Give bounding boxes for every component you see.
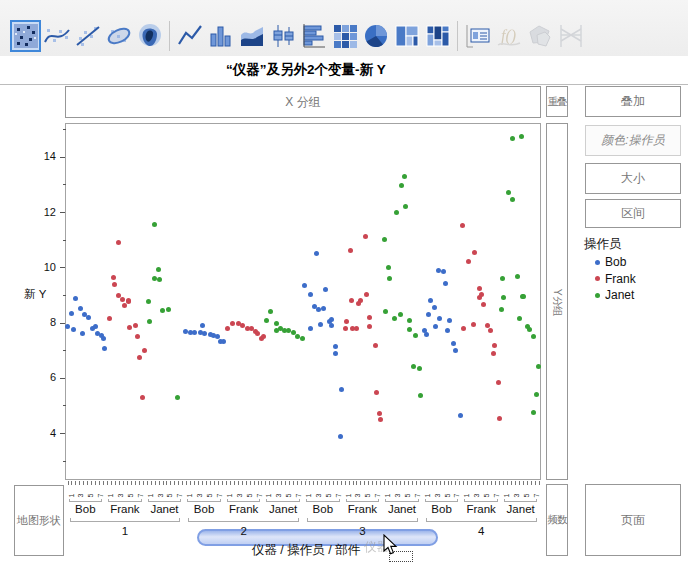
data-point[interactable]: [387, 276, 392, 281]
data-point[interactable]: [506, 190, 511, 195]
map-shapes-icon[interactable]: [524, 20, 555, 52]
data-point[interactable]: [329, 323, 334, 328]
zone-overlay[interactable]: 叠加: [585, 86, 681, 117]
density-ellipse-icon[interactable]: [103, 20, 134, 52]
data-point[interactable]: [147, 319, 152, 324]
data-point[interactable]: [418, 393, 423, 398]
data-point[interactable]: [492, 343, 497, 348]
data-point[interactable]: [329, 317, 334, 322]
data-point[interactable]: [137, 355, 142, 360]
data-point[interactable]: [428, 298, 433, 303]
data-point[interactable]: [447, 318, 452, 323]
data-point[interactable]: [424, 332, 429, 337]
data-point[interactable]: [69, 311, 74, 316]
data-point[interactable]: [497, 416, 502, 421]
data-point[interactable]: [300, 336, 305, 341]
zone-page[interactable]: 页面: [585, 484, 681, 556]
data-point[interactable]: [358, 298, 363, 303]
data-point[interactable]: [398, 312, 403, 317]
zone-wrap[interactable]: 重叠: [546, 86, 568, 117]
data-point[interactable]: [86, 315, 91, 320]
line-of-fit-icon[interactable]: [72, 20, 103, 52]
data-point[interactable]: [261, 334, 266, 339]
data-point[interactable]: [321, 306, 326, 311]
data-point[interactable]: [536, 364, 541, 369]
data-point[interactable]: [367, 324, 372, 329]
data-point[interactable]: [531, 334, 536, 339]
data-point[interactable]: [374, 390, 379, 395]
data-point[interactable]: [338, 434, 343, 439]
data-point[interactable]: [302, 283, 307, 288]
data-point[interactable]: [295, 334, 300, 339]
mosaic-icon[interactable]: [422, 20, 453, 52]
data-point[interactable]: [377, 411, 382, 416]
legend-item-frank[interactable]: Frank: [595, 272, 636, 286]
data-point[interactable]: [264, 318, 269, 323]
data-point[interactable]: [142, 348, 147, 353]
data-point[interactable]: [499, 307, 504, 312]
data-point[interactable]: [445, 328, 450, 333]
scatter-points-icon[interactable]: [10, 20, 41, 52]
caption-box-icon[interactable]: [462, 20, 493, 52]
data-point[interactable]: [152, 222, 157, 227]
box-plot-icon[interactable]: [267, 20, 298, 52]
data-point[interactable]: [333, 344, 338, 349]
data-point[interactable]: [458, 413, 463, 418]
contour-icon[interactable]: [134, 20, 165, 52]
data-point[interactable]: [274, 321, 279, 326]
data-point[interactable]: [240, 323, 245, 328]
data-point[interactable]: [157, 277, 162, 282]
data-point[interactable]: [413, 333, 418, 338]
data-point[interactable]: [107, 316, 112, 321]
zone-size[interactable]: 大小: [585, 163, 681, 194]
data-point[interactable]: [472, 250, 477, 255]
data-point[interactable]: [477, 286, 482, 291]
smoother-icon[interactable]: [41, 20, 72, 52]
data-point[interactable]: [73, 296, 78, 301]
zone-freq[interactable]: 频数: [546, 484, 568, 556]
data-point[interactable]: [378, 417, 383, 422]
zone-color[interactable]: 颜色:操作员: [585, 125, 681, 156]
data-point[interactable]: [531, 410, 536, 415]
pie-chart-icon[interactable]: [360, 20, 391, 52]
data-point[interactable]: [443, 281, 448, 286]
data-point[interactable]: [517, 316, 522, 321]
histogram-icon[interactable]: [298, 20, 329, 52]
data-point[interactable]: [451, 341, 456, 346]
data-point[interactable]: [491, 351, 496, 356]
data-point[interactable]: [481, 302, 486, 307]
data-point[interactable]: [402, 174, 407, 179]
plot-area[interactable]: [65, 123, 541, 480]
data-point[interactable]: [403, 204, 408, 209]
data-point[interactable]: [323, 287, 328, 292]
zone-map-shape[interactable]: 地图形状: [14, 485, 64, 556]
data-point[interactable]: [394, 210, 399, 215]
data-point[interactable]: [225, 326, 230, 331]
parallel-plot-icon[interactable]: [555, 20, 586, 52]
line-chart-icon[interactable]: [174, 20, 205, 52]
area-chart-icon[interactable]: [236, 20, 267, 52]
data-point[interactable]: [112, 282, 117, 287]
data-point[interactable]: [510, 136, 515, 141]
data-point[interactable]: [349, 298, 354, 303]
data-point[interactable]: [407, 327, 412, 332]
data-point[interactable]: [433, 324, 438, 329]
data-point[interactable]: [510, 197, 515, 202]
data-point[interactable]: [527, 327, 532, 332]
data-point[interactable]: [411, 364, 416, 369]
formula-icon[interactable]: f(): [493, 20, 524, 52]
legend-item-bob[interactable]: Bob: [595, 255, 626, 269]
heatmap-icon[interactable]: [329, 20, 360, 52]
data-point[interactable]: [93, 324, 98, 329]
data-point[interactable]: [314, 251, 319, 256]
data-point[interactable]: [65, 324, 70, 329]
data-point[interactable]: [133, 323, 138, 328]
data-point[interactable]: [286, 328, 291, 333]
data-point[interactable]: [515, 274, 520, 279]
data-point[interactable]: [453, 348, 458, 353]
data-point[interactable]: [339, 387, 344, 392]
bar-chart-icon[interactable]: [205, 20, 236, 52]
data-point[interactable]: [521, 294, 526, 299]
data-point[interactable]: [496, 380, 501, 385]
data-point[interactable]: [501, 295, 506, 300]
